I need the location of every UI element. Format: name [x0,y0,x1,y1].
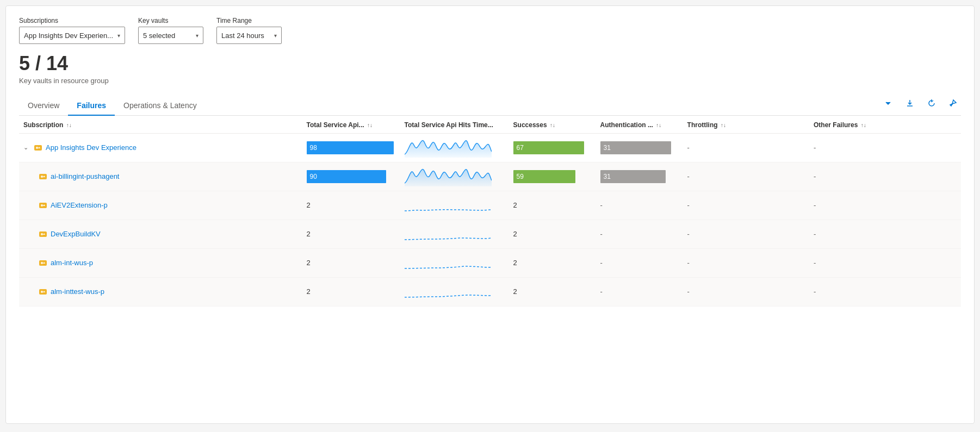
keyvaults-filter: Key vaults 5 selected ▾ [138,17,203,44]
svg-rect-12 [44,204,45,205]
svg-point-22 [41,291,43,293]
tab-toolbar [880,96,961,115]
col-other-failures[interactable]: Other Failures ↑↓ [809,116,961,134]
svg-point-10 [41,204,43,206]
stat-sub: Key vaults in resource group [19,77,961,85]
successes-cell: 67 [509,133,596,162]
expand-icon[interactable] [880,96,896,111]
row-name-cell: DevExpBuildKV [19,220,302,248]
row-name-cell: ⌄ App Insights Dev Experience [19,133,302,162]
row-name-cell: ai-billingint-pushagent [19,162,302,191]
throttling-cell: - [683,162,809,191]
sparkline-cell [400,248,509,277]
sparkline-cell [400,220,509,248]
total-api-cell: 2 [302,220,400,248]
col-total-api-hits[interactable]: Total Service Api Hits Time... [400,116,509,134]
expand-row-icon[interactable]: ⌄ [23,144,28,151]
authentication-bar: 31 [600,170,666,183]
col-subscription[interactable]: Subscription ↑↓ [19,116,302,134]
sort-subscription-icon[interactable]: ↑↓ [66,122,72,128]
total-api-cell: 90 [302,162,400,191]
timerange-chevron-icon: ▾ [274,33,277,39]
svg-rect-16 [44,233,45,234]
sparkline-cell [400,191,509,220]
sort-successes-icon[interactable]: ↑↓ [550,122,555,128]
sparkline-cell [400,277,509,306]
subscriptions-value: App Insights Dev Experien... [24,32,113,40]
table-row: ⌄ App Insights Dev Experience 98 67 31 -… [19,133,961,162]
row-name-cell: alm-inttest-wus-p [19,277,302,306]
tab-failures[interactable]: Failures [68,96,115,115]
total-api-cell: 2 [302,248,400,277]
table-header-row: Subscription ↑↓ Total Service Api... ↑↓ … [19,116,961,134]
keyvaults-chevron-icon: ▾ [196,33,199,39]
tab-overview[interactable]: Overview [19,96,68,115]
svg-point-18 [41,262,43,264]
row-name-cell: AiEV2Extension-p [19,191,302,220]
svg-point-6 [41,176,43,178]
timerange-value: Last 24 hours [221,32,270,40]
successes-cell: 2 [509,191,596,220]
timerange-dropdown[interactable]: Last 24 hours ▾ [216,27,282,44]
other-failures-cell: - [809,162,961,191]
total-api-cell: 2 [302,191,400,220]
col-successes[interactable]: Successes ↑↓ [509,116,596,134]
other-failures-cell: - [809,277,961,306]
authentication-bar: 31 [600,141,671,154]
sort-authentication-icon[interactable]: ↑↓ [656,122,661,128]
row-name-link[interactable]: alm-inttest-wus-p [51,287,104,296]
row-name-link[interactable]: DevExpBuildKV [51,230,101,238]
row-name-link[interactable]: App Insights Dev Experience [46,143,137,152]
download-icon[interactable] [902,96,917,111]
sort-throttling-icon[interactable]: ↑↓ [721,122,726,128]
col-total-api[interactable]: Total Service Api... ↑↓ [302,116,400,134]
sort-totalapi-icon[interactable]: ↑↓ [367,122,373,128]
row-name-link[interactable]: AiEV2Extension-p [51,201,108,209]
pin-icon[interactable] [946,96,961,111]
other-failures-cell: - [809,248,961,277]
total-api-cell: 98 [302,133,400,162]
other-failures-cell: - [809,220,961,248]
successes-bar: 67 [513,141,584,154]
throttling-cell: - [683,133,809,162]
keyvaults-label: Key vaults [138,17,203,24]
authentication-cell: - [596,277,683,306]
table-row: alm-inttest-wus-p 2 2--- [19,277,961,306]
other-failures-cell: - [809,191,961,220]
subscriptions-dropdown[interactable]: App Insights Dev Experien... ▾ [19,27,125,44]
sort-otherfailures-icon[interactable]: ↑↓ [861,122,866,128]
row-name-link[interactable]: ai-billingint-pushagent [51,172,119,180]
col-authentication[interactable]: Authentication ... ↑↓ [596,116,683,134]
svg-rect-20 [44,262,45,263]
timerange-label: Time Range [216,17,282,24]
table-row: DevExpBuildKV 2 2--- [19,220,961,248]
total-api-bar: 98 [307,141,394,154]
stat-section: 5 / 14 Key vaults in resource group [19,53,961,85]
keyvaults-value: 5 selected [143,32,191,40]
filters-row: Subscriptions App Insights Dev Experien.… [19,17,961,44]
subscriptions-chevron-icon: ▾ [117,33,120,39]
svg-point-14 [41,233,43,235]
svg-rect-4 [39,147,40,148]
tabs-row: Overview Failures Operations & Latency [19,96,961,116]
throttling-cell: - [683,191,809,220]
successes-cell: 2 [509,248,596,277]
total-api-cell: 2 [302,277,400,306]
other-failures-cell: - [809,133,961,162]
sparkline-cell [400,162,509,191]
row-name-link[interactable]: alm-int-wus-p [51,259,93,267]
authentication-cell: 31 [596,133,683,162]
row-name-cell: alm-int-wus-p [19,248,302,277]
throttling-cell: - [683,220,809,248]
subscriptions-filter: Subscriptions App Insights Dev Experien.… [19,17,125,44]
svg-rect-8 [44,176,45,177]
total-api-bar: 90 [307,170,386,183]
tab-operations-latency[interactable]: Operations & Latency [115,96,206,115]
col-throttling[interactable]: Throttling ↑↓ [683,116,809,134]
svg-point-2 [36,147,38,149]
successes-bar: 59 [513,170,575,183]
refresh-icon[interactable] [924,96,939,111]
subscriptions-label: Subscriptions [19,17,125,24]
timerange-filter: Time Range Last 24 hours ▾ [216,17,282,44]
keyvaults-dropdown[interactable]: 5 selected ▾ [138,27,203,44]
